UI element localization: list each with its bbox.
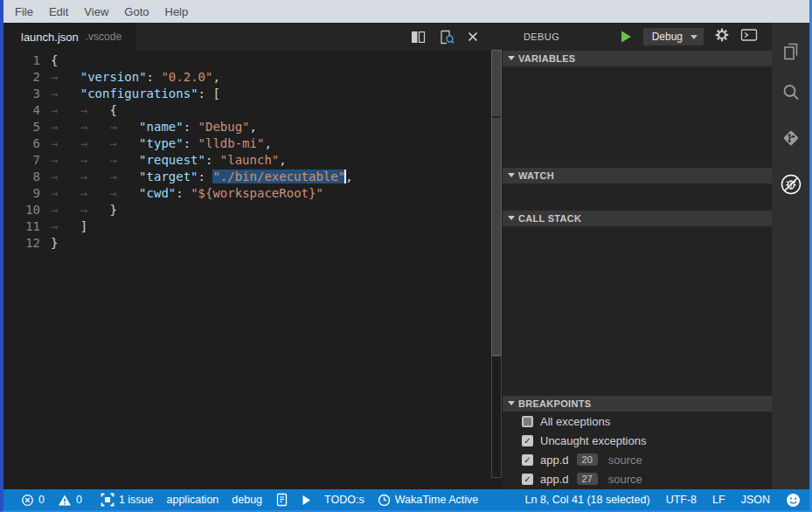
source-control-icon[interactable] <box>780 127 802 149</box>
code-text: { <box>40 52 58 69</box>
menu-bar: FileEditViewGotoHelp <box>3 0 809 23</box>
debug-toolbar: Debug <box>621 28 772 45</box>
section-breakpoints[interactable]: BREAKPOINTS <box>503 396 772 412</box>
breakpoint-row[interactable]: ✓Uncaught exceptions <box>503 431 772 450</box>
eol-indicator[interactable]: LF <box>712 494 725 506</box>
wakatime-status[interactable]: WakaTime Active <box>378 494 479 507</box>
code-line-10[interactable]: 10→→} <box>3 202 490 218</box>
code-text: →→{ <box>40 102 117 119</box>
warning-count[interactable]: 0 <box>58 494 82 507</box>
code-line-2[interactable]: 2→"version": "0.2.0", <box>3 69 490 86</box>
editor-group: launch.json .vscode <box>3 23 490 489</box>
tab-whitespace-icon: → <box>51 152 80 169</box>
scrollbar-notch <box>492 116 501 118</box>
scrollbar <box>490 23 503 489</box>
language-indicator[interactable]: JSON <box>741 494 770 506</box>
token: : <box>184 136 198 150</box>
encoding-indicator[interactable]: UTF-8 <box>666 494 697 506</box>
search-icon[interactable] <box>780 81 802 104</box>
tab-whitespace-icon: → <box>80 169 110 185</box>
run-task-button[interactable] <box>302 495 311 506</box>
files-icon[interactable] <box>780 40 802 63</box>
section-watch[interactable]: WATCH <box>503 168 772 183</box>
start-debug-button[interactable] <box>621 31 632 43</box>
menu-edit[interactable]: Edit <box>41 5 76 18</box>
issues-label: 1 issue <box>119 494 154 506</box>
scrollbar-corner <box>490 23 503 50</box>
line-number: 6 <box>3 135 40 152</box>
checkbox-unchecked[interactable] <box>522 416 533 427</box>
code-line-12[interactable]: 12} <box>3 235 490 252</box>
tab-whitespace-icon: → <box>109 119 139 135</box>
checkbox-checked[interactable]: ✓ <box>522 435 533 446</box>
debug-config-dropdown[interactable]: Debug <box>643 28 704 45</box>
sidebar-title: DEBUG <box>524 31 559 42</box>
split-editor-icon[interactable] <box>411 31 426 44</box>
code-line-8[interactable]: 8→→→"target": "./bin/executable", <box>3 169 490 185</box>
warning-count-value: 0 <box>76 494 82 506</box>
breakpoint-row[interactable]: ✓app.d27source <box>503 469 772 488</box>
breakpoint-label: Uncaught exceptions <box>540 434 646 447</box>
code-line-4[interactable]: 4→→{ <box>3 102 490 119</box>
code-line-3[interactable]: 3→"configurations": [ <box>3 86 490 102</box>
eol-value: LF <box>712 494 725 506</box>
code-text: } <box>40 235 58 252</box>
wakatime-label: WakaTime Active <box>395 494 479 506</box>
vscode-window: FileEditViewGotoHelp launch.json .vscode <box>0 0 812 512</box>
code-line-1[interactable]: 1{ <box>3 52 490 69</box>
token: "Debug" <box>198 120 250 134</box>
code-editor[interactable]: 1{2→"version": "0.2.0",3→"configurations… <box>3 52 490 252</box>
workbench: launch.json .vscode <box>3 23 809 489</box>
menu-help[interactable]: Help <box>157 5 197 18</box>
scrollbar-slider[interactable] <box>491 50 502 356</box>
code-line-7[interactable]: 7→→→"request": "launch", <box>3 152 490 169</box>
tab-whitespace-icon: → <box>51 69 80 86</box>
breakpoint-row[interactable]: ✓app.d20source <box>503 450 772 469</box>
collapse-icon <box>508 173 515 177</box>
token: } <box>51 236 58 250</box>
line-number: 8 <box>3 169 40 185</box>
menu-goto[interactable]: Goto <box>116 5 156 18</box>
encoding-value: UTF-8 <box>666 494 697 506</box>
error-count[interactable]: 0 <box>21 494 45 507</box>
gear-icon[interactable] <box>715 28 729 45</box>
collapse-icon <box>508 401 515 405</box>
section-variables[interactable]: VARIABLES <box>503 51 772 66</box>
line-number: 3 <box>3 86 40 102</box>
line-number: 1 <box>3 52 40 69</box>
debug-icon[interactable] <box>780 173 802 196</box>
line-number: 2 <box>3 69 40 86</box>
checkbox-checked[interactable]: ✓ <box>522 454 533 466</box>
menu-view[interactable]: View <box>76 5 116 18</box>
token: "name" <box>139 120 184 134</box>
code-line-11[interactable]: 11→] <box>3 218 490 235</box>
checkbox-checked[interactable]: ✓ <box>522 474 533 485</box>
cursor-position[interactable]: Ln 8, Col 41 (18 selected) <box>525 494 650 506</box>
tab-folder-hint: .vscode <box>86 31 121 43</box>
breakpoint-label: app.d <box>540 473 569 486</box>
document-status[interactable] <box>275 493 288 507</box>
breakpoint-row[interactable]: All exceptions <box>503 412 772 431</box>
menu-file[interactable]: File <box>7 5 41 18</box>
open-preview-icon[interactable] <box>439 30 455 45</box>
status-debug[interactable]: debug <box>232 494 262 506</box>
feedback-smiley-icon[interactable] <box>786 493 801 508</box>
code-line-5[interactable]: 5→→→"name": "Debug", <box>3 119 490 135</box>
todo-status[interactable]: TODO:s <box>324 494 364 506</box>
open-debug-console-icon[interactable] <box>740 28 758 45</box>
token: "0.2.0" <box>161 70 212 84</box>
status-application[interactable]: application <box>167 494 219 506</box>
chevron-down-icon <box>691 35 697 39</box>
tab-filename: launch.json <box>21 31 79 44</box>
token: "lldb-mi" <box>198 136 265 150</box>
close-icon[interactable] <box>468 31 478 42</box>
token: : <box>176 186 191 200</box>
tab-launch-json[interactable]: launch.json .vscode <box>3 23 135 51</box>
breakpoint-label: All exceptions <box>540 415 610 428</box>
code-line-9[interactable]: 9→→→"cwd": "${workspaceRoot}" <box>3 185 490 202</box>
tab-whitespace-icon: → <box>80 202 110 218</box>
section-call-stack[interactable]: CALL STACK <box>503 211 772 226</box>
collapse-icon <box>508 56 515 60</box>
code-line-6[interactable]: 6→→→"type": "lldb-mi", <box>3 135 490 152</box>
issues-status[interactable]: 1 issue <box>101 493 154 507</box>
